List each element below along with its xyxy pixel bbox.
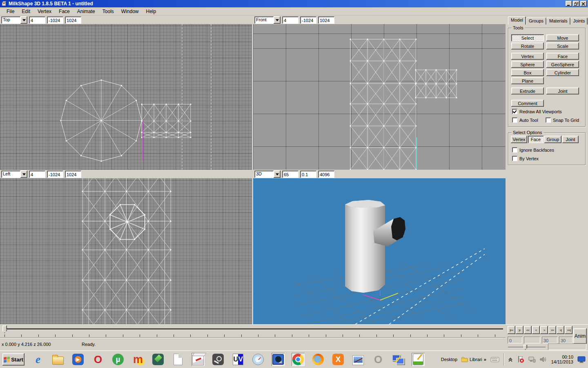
start-button[interactable]: Start xyxy=(2,353,24,366)
menu-tools[interactable]: Tools xyxy=(99,8,118,15)
anim-first-frame-field[interactable] xyxy=(508,337,522,343)
left-view-select[interactable]: Left xyxy=(1,171,27,178)
anim-slider[interactable] xyxy=(508,345,546,350)
front-min-field[interactable] xyxy=(300,16,316,24)
vertex-tool-button[interactable]: Vertex xyxy=(511,53,544,60)
viewport-top[interactable] xyxy=(0,24,252,170)
opera-portable-icon[interactable]: O xyxy=(372,353,385,366)
anim-mode-button[interactable]: Anim xyxy=(573,328,587,344)
tab-model[interactable]: Model xyxy=(508,16,526,25)
xampp-icon[interactable]: X xyxy=(332,353,345,366)
auto-tool-checkbox[interactable]: Auto Tool xyxy=(512,117,544,123)
language-keyboard-icon[interactable] xyxy=(490,357,499,362)
show-hidden-icons-chevron[interactable] xyxy=(508,357,513,362)
front-view-select[interactable]: Front xyxy=(254,16,281,24)
media-viewer-icon[interactable] xyxy=(272,353,285,366)
box-tool-button[interactable]: Box xyxy=(511,69,544,76)
tab-joints[interactable]: Joints xyxy=(570,18,588,25)
go-last-frame-button[interactable]: >>| xyxy=(565,326,572,334)
joint-tool-button[interactable]: Joint xyxy=(546,88,579,94)
menu-edit[interactable]: Edit xyxy=(18,8,34,15)
menu-file[interactable]: File xyxy=(3,8,18,15)
desktop-toolbar-label[interactable]: Desktop xyxy=(441,357,457,362)
step-forward-button[interactable]: > xyxy=(540,326,548,334)
the-sims-icon[interactable] xyxy=(151,353,165,366)
menu-vertex[interactable]: Vertex xyxy=(34,8,55,15)
cylinder-tool-button[interactable]: Cylinder xyxy=(546,69,579,76)
volume-icon[interactable] xyxy=(540,356,547,363)
viewport-left[interactable] xyxy=(0,178,252,324)
select-face-button[interactable]: Face xyxy=(528,136,543,143)
front-max-field[interactable] xyxy=(318,16,334,24)
chevron-down-icon[interactable] xyxy=(20,16,27,24)
tab-groups[interactable]: Groups xyxy=(526,18,546,25)
firefox-icon[interactable] xyxy=(312,353,325,366)
menu-help[interactable]: Help xyxy=(142,8,160,15)
title-bar[interactable]: MilkShape 3D 1.8.5 BETA 1 - untitled xyxy=(0,0,588,7)
left-max-field[interactable] xyxy=(65,171,81,178)
safari-icon[interactable] xyxy=(252,353,265,366)
restore-button[interactable] xyxy=(573,1,579,7)
move-tool-button[interactable]: Move xyxy=(546,34,579,41)
3d-view-select[interactable]: 3D xyxy=(254,171,281,178)
ignore-backfaces-checkbox[interactable]: Ignore Backfaces xyxy=(512,147,581,153)
media-player-icon[interactable]: ▶ xyxy=(71,353,85,366)
mirc-icon[interactable]: m xyxy=(131,353,145,366)
notepad-plus-plus-icon[interactable] xyxy=(412,353,425,366)
anim-total-frames-field[interactable] xyxy=(559,337,572,343)
go-first-frame-button[interactable]: |<< xyxy=(508,326,515,334)
step-back-button[interactable]: < xyxy=(532,326,540,334)
rewind-button[interactable]: << xyxy=(524,326,532,334)
close-button[interactable] xyxy=(580,1,587,7)
fast-forward-button[interactable]: >> xyxy=(548,326,556,334)
select-group-button[interactable]: Group xyxy=(544,136,561,143)
uv-mapper-icon[interactable]: UV xyxy=(232,353,245,366)
chevron-down-icon[interactable] xyxy=(274,171,281,178)
tray-clock[interactable]: 00:10 14/11/2013 xyxy=(551,355,573,364)
network-icon[interactable] xyxy=(528,356,536,363)
prev-keyframe-button[interactable]: |< xyxy=(516,326,523,334)
3d-fov-field[interactable] xyxy=(282,171,298,178)
minimize-button[interactable] xyxy=(566,1,572,7)
by-vertex-checkbox[interactable]: By Vertex xyxy=(512,156,581,161)
redraw-all-viewports-checkbox[interactable]: Redraw All Viewports xyxy=(512,109,581,114)
sphere-tool-button[interactable]: Sphere xyxy=(511,61,544,68)
libraries-toolbar[interactable]: Librari » xyxy=(461,357,486,362)
rotate-tool-button[interactable]: Rotate xyxy=(511,43,544,49)
menu-window[interactable]: Window xyxy=(118,8,143,15)
anim-last-frame-field[interactable] xyxy=(542,337,557,343)
face-tool-button[interactable]: Face xyxy=(546,53,579,60)
chevron-down-icon[interactable] xyxy=(20,171,27,178)
chrome-icon[interactable] xyxy=(292,353,305,366)
left-min-field[interactable] xyxy=(47,171,63,178)
scale-tool-button[interactable]: Scale xyxy=(546,43,579,49)
front-zoom-field[interactable] xyxy=(282,16,298,24)
show-desktop-icon[interactable] xyxy=(577,356,586,363)
plane-tool-button[interactable]: Plane xyxy=(511,77,544,84)
left-zoom-field[interactable] xyxy=(29,171,45,178)
opera-icon[interactable]: O xyxy=(91,353,105,366)
menu-animate[interactable]: Animate xyxy=(74,8,99,15)
anim-slider-thumb[interactable] xyxy=(523,345,527,350)
3d-near-field[interactable] xyxy=(300,171,316,178)
comment-button[interactable]: Comment xyxy=(511,100,544,107)
milkshape-3d-icon[interactable] xyxy=(192,353,205,366)
tab-materials[interactable]: Materials xyxy=(546,18,570,25)
toolbar-overflow-chevron[interactable]: » xyxy=(484,357,486,362)
geosphere-tool-button[interactable]: GeoSphere xyxy=(546,61,579,68)
remote-desktop-icon[interactable] xyxy=(392,353,405,366)
select-vertex-button[interactable]: Vertex xyxy=(511,136,527,143)
menu-face[interactable]: Face xyxy=(55,8,74,15)
anim-current-frame-field[interactable] xyxy=(524,337,540,343)
3d-far-field[interactable] xyxy=(318,171,334,178)
chevron-down-icon[interactable] xyxy=(274,16,281,24)
snap-to-grid-checkbox[interactable]: Snap To Grid xyxy=(546,117,583,123)
image-editor-icon[interactable] xyxy=(352,353,365,366)
steam-icon[interactable] xyxy=(212,353,225,366)
extrude-tool-button[interactable]: Extrude xyxy=(511,88,544,94)
top-view-select[interactable]: Top xyxy=(1,16,27,24)
viewport-3d[interactable] xyxy=(253,178,506,324)
next-keyframe-button[interactable]: >| xyxy=(557,326,564,334)
select-tool-button[interactable]: Select xyxy=(511,34,544,41)
select-joint-button[interactable]: Joint xyxy=(562,136,579,143)
